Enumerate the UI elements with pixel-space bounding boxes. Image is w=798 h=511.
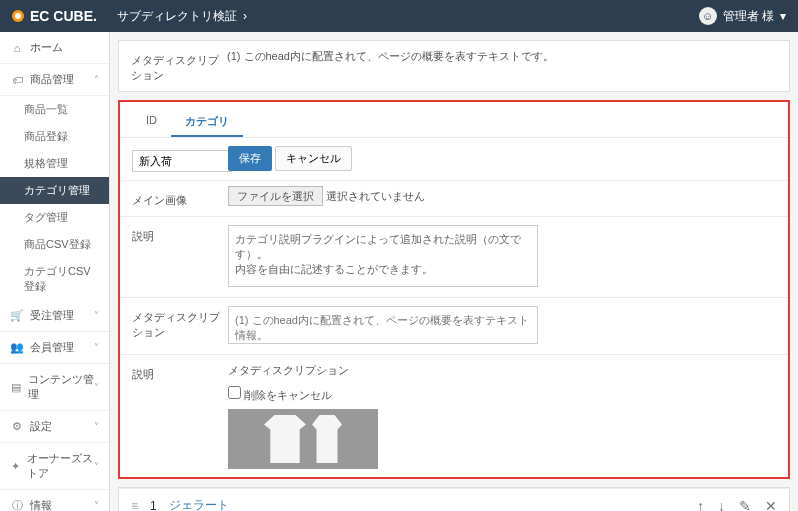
- category-form-panel: ID カテゴリ 保存 キャンセル メイン画像 ファイルを選択 選択されていません…: [118, 100, 790, 479]
- sidebar-item-customers[interactable]: 👥会員管理˅: [0, 332, 109, 364]
- sidebar-item-products[interactable]: 🏷商品管理˄: [0, 64, 109, 96]
- sidebar-sub-5[interactable]: 商品CSV登録: [0, 231, 109, 258]
- chevron-down-icon: ▾: [780, 9, 786, 23]
- tab-category[interactable]: カテゴリ: [171, 108, 243, 137]
- move-up-button[interactable]: ↑: [697, 498, 704, 512]
- tabs: ID カテゴリ: [120, 102, 788, 138]
- logo-icon: [12, 10, 24, 22]
- meta-desc-label: メタディスクリプション: [131, 49, 227, 83]
- cart-icon: 🛒: [10, 309, 24, 322]
- gear-icon: ⚙: [10, 420, 24, 433]
- sidebar-sub-3[interactable]: カテゴリ管理: [0, 177, 109, 204]
- info-icon: ⓘ: [10, 498, 24, 511]
- chevron-right-icon: ›: [243, 9, 247, 23]
- sidebar-item-contents[interactable]: ▤コンテンツ管理˅: [0, 364, 109, 411]
- users-icon: 👥: [10, 341, 24, 354]
- upper-panel: メタディスクリプション (1) このhead内に配置されて、ページの概要を表すテ…: [118, 40, 790, 92]
- sidebar-item-settings[interactable]: ⚙設定˅: [0, 411, 109, 443]
- chevron-down-icon: ˅: [94, 461, 99, 472]
- chevron-down-icon: ˅: [94, 421, 99, 432]
- breadcrumb[interactable]: サブディレクトリ検証›: [117, 8, 247, 25]
- tag-icon: 🏷: [10, 74, 24, 86]
- row-name-link[interactable]: ジェラート: [169, 497, 683, 511]
- home-icon: ⌂: [10, 42, 24, 54]
- sidebar-sub-1[interactable]: 商品登録: [0, 123, 109, 150]
- chevron-up-icon: ˄: [94, 74, 99, 85]
- sidebar-sub-0[interactable]: 商品一覧: [0, 96, 109, 123]
- file-none-text: 選択されていません: [326, 190, 425, 202]
- main-image-label: メイン画像: [132, 189, 228, 208]
- category-list: ≡1ジェラート↑↓✎✕≡5アイスサンド↑↓✎✕: [118, 487, 790, 511]
- save-button[interactable]: 保存: [228, 146, 272, 171]
- delete-cancel-checkbox[interactable]: 削除をキャンセル: [228, 389, 332, 401]
- sidebar: ⌂ホーム 🏷商品管理˄ 商品一覧商品登録規格管理カテゴリ管理タグ管理商品CSV登…: [0, 32, 110, 511]
- move-down-button[interactable]: ↓: [718, 498, 725, 512]
- category-row: ≡1ジェラート↑↓✎✕: [119, 488, 789, 511]
- star-icon: ✦: [10, 460, 21, 473]
- user-menu[interactable]: ☺ 管理者 様 ▾: [699, 7, 786, 25]
- logo: EC CUBE.: [12, 8, 97, 24]
- row-num: 1: [150, 499, 157, 512]
- description-textarea[interactable]: カテゴリ説明プラグインによって追加された説明（の文です）。 内容を自由に記述する…: [228, 225, 538, 287]
- sidebar-sub-2[interactable]: 規格管理: [0, 150, 109, 177]
- grip-icon[interactable]: ≡: [131, 499, 138, 512]
- meta-desc-form-label: メタディスクリプション: [132, 306, 228, 340]
- delete-button[interactable]: ✕: [765, 498, 777, 512]
- sub-label: 説明: [132, 363, 228, 382]
- sidebar-sub-6[interactable]: カテゴリCSV登録: [0, 258, 109, 300]
- main-content: メタディスクリプション (1) このhead内に配置されて、ページの概要を表すテ…: [110, 32, 798, 511]
- sidebar-item-info[interactable]: ⓘ情報˅: [0, 490, 109, 511]
- sidebar-item-orders[interactable]: 🛒受注管理˅: [0, 300, 109, 332]
- chevron-down-icon: ˅: [94, 500, 99, 511]
- sidebar-item-home[interactable]: ⌂ホーム: [0, 32, 109, 64]
- chevron-down-icon: ˅: [94, 382, 99, 393]
- sub-title: メタディスクリプション: [228, 363, 776, 378]
- user-icon: ☺: [699, 7, 717, 25]
- chevron-down-icon: ˅: [94, 310, 99, 321]
- cancel-button[interactable]: キャンセル: [275, 146, 352, 171]
- category-name-input[interactable]: [132, 150, 232, 172]
- file-select-button[interactable]: ファイルを選択: [228, 186, 323, 206]
- tab-id[interactable]: ID: [132, 108, 171, 137]
- sidebar-sub-4[interactable]: タグ管理: [0, 204, 109, 231]
- sidebar-item-owners[interactable]: ✦オーナーズストア˅: [0, 443, 109, 490]
- image-thumbnail: [228, 409, 378, 469]
- name-label: [132, 146, 228, 172]
- chevron-down-icon: ˅: [94, 342, 99, 353]
- file-icon: ▤: [10, 381, 22, 394]
- edit-button[interactable]: ✎: [739, 498, 751, 512]
- meta-description-textarea[interactable]: [228, 306, 538, 344]
- desc-label: 説明: [132, 225, 228, 244]
- meta-desc-hint: (1) このhead内に配置されて、ページの概要を表すテキストです。: [227, 49, 777, 64]
- top-bar: EC CUBE. サブディレクトリ検証› ☺ 管理者 様 ▾: [0, 0, 798, 32]
